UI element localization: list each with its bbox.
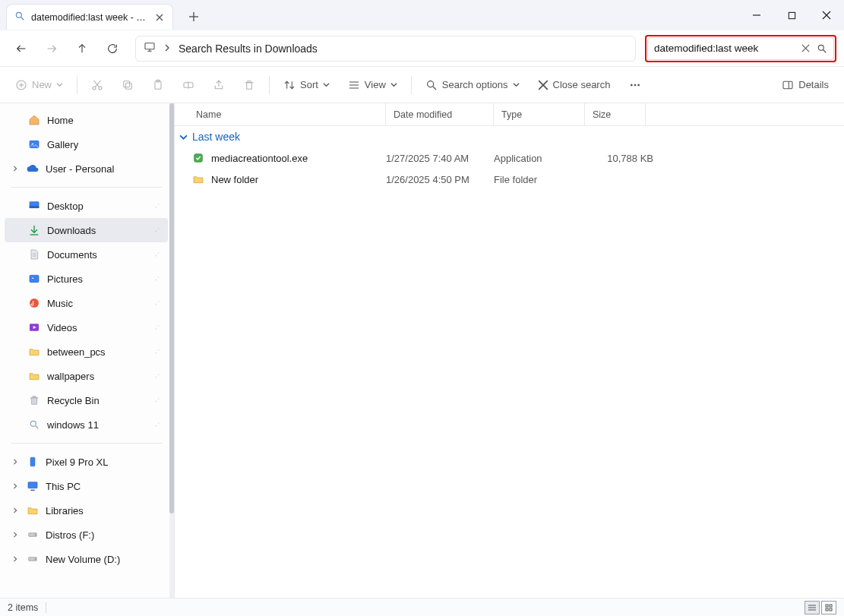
more-button[interactable] [621,72,650,98]
sidebar-item-user[interactable]: User - Personal [5,156,168,181]
refresh-button[interactable] [99,35,126,62]
sort-label: Sort [300,79,318,90]
svg-line-19 [823,49,827,52]
file-row[interactable]: mediacreationtool.exe 1/27/2025 7:40 AM … [175,147,844,169]
sidebar-label: Desktop [47,201,84,212]
sidebar-item-home[interactable]: Home [5,108,168,132]
window-tab[interactable]: datemodified:last week - Search Results … [6,4,173,30]
paste-button[interactable] [144,72,172,98]
sidebar-item-videos[interactable]: Videos [5,315,168,340]
pin-icon[interactable] [152,249,160,261]
search-box[interactable] [647,37,834,60]
pin-icon[interactable] [152,225,160,236]
svg-rect-7 [789,12,795,18]
search-input[interactable] [654,43,795,54]
back-button[interactable] [8,35,35,62]
scrollbar-thumb[interactable] [169,103,174,513]
thumbnails-view-button[interactable] [821,601,836,614]
close-window-button[interactable] [809,0,844,30]
file-date: 1/27/2025 7:40 AM [386,153,494,164]
svg-rect-45 [783,81,792,88]
folder-icon [27,248,41,261]
svg-point-0 [16,12,21,17]
sidebar-item-wallpapers[interactable]: wallpapers [5,364,168,388]
rename-button[interactable] [175,72,202,98]
column-header-size[interactable]: Size [585,103,646,125]
sidebar-label: wallpapers [47,371,94,382]
sidebar-item-this-pc[interactable]: This PC [5,474,168,498]
separator [77,76,77,94]
minimize-button[interactable] [739,0,774,30]
chevron-right-icon[interactable] [11,459,20,465]
svg-rect-28 [124,81,130,87]
pin-icon[interactable] [152,201,160,212]
chevron-right-icon[interactable] [11,507,20,513]
pin-icon[interactable] [152,346,160,358]
chevron-right-icon[interactable] [11,166,20,172]
details-view-button[interactable] [804,601,820,614]
clear-search-button[interactable] [801,43,811,55]
view-button[interactable]: View [340,72,405,98]
sidebar-item-gallery[interactable]: Gallery [5,132,168,156]
svg-rect-50 [30,207,39,208]
pin-icon[interactable] [152,322,160,333]
sidebar-item-pictures[interactable]: Pictures [5,267,168,291]
details-pane-button[interactable]: Details [774,72,836,98]
share-button[interactable] [205,72,232,98]
group-header[interactable]: Last week [175,126,844,147]
sidebar-item-downloads[interactable]: Downloads [5,218,168,242]
svg-point-56 [32,277,34,280]
search-submit-button[interactable] [817,43,827,55]
file-row[interactable]: New folder 1/26/2025 4:50 PM File folder [175,169,844,190]
tab-close-button[interactable] [154,12,165,23]
sidebar-item-desktop[interactable]: Desktop [5,194,168,218]
copy-button[interactable] [114,72,141,98]
pin-icon[interactable] [152,395,160,406]
column-header-type[interactable]: Type [494,103,585,125]
svg-rect-75 [826,608,828,611]
sidebar-label: This PC [46,481,81,492]
sidebar-item-music[interactable]: Music [5,291,168,315]
chevron-right-icon[interactable] [11,483,20,489]
cut-button[interactable] [84,72,111,98]
chevron-right-icon[interactable] [11,556,20,562]
column-header-name[interactable]: Name [175,103,386,125]
sidebar-item-distros-f-[interactable]: Distros (F:) [5,523,168,547]
folder-icon [27,418,41,431]
address-bar[interactable]: Search Results in Downloads [135,36,636,62]
chevron-right-icon[interactable] [11,532,20,538]
sidebar-item-between-pcs[interactable]: between_pcs [5,340,168,364]
sidebar-item-windows-11[interactable]: windows 11 [5,412,168,437]
command-bar: New Sort View Search options Close searc… [0,67,844,103]
svg-rect-63 [28,482,37,488]
sidebar-scrollbar[interactable] [169,103,174,598]
sort-button[interactable]: Sort [276,72,337,98]
pin-icon[interactable] [152,273,160,285]
svg-point-18 [818,45,823,50]
new-tab-button[interactable] [181,4,207,30]
delete-button[interactable] [235,72,263,98]
close-search-button[interactable]: Close search [530,72,618,98]
forward-button[interactable] [38,35,65,62]
pin-icon[interactable] [152,371,160,382]
maximize-button[interactable] [774,0,809,30]
sidebar-item-recycle-bin[interactable]: Recycle Bin [5,388,168,412]
sidebar-item-new-volume-d-[interactable]: New Volume (D:) [5,547,168,571]
pin-icon[interactable] [152,419,160,431]
folder-icon [27,272,41,286]
device-icon [26,528,40,542]
column-header-date[interactable]: Date modified [386,103,494,125]
pin-icon[interactable] [152,298,160,309]
up-button[interactable] [68,35,96,62]
new-button[interactable]: New [8,72,71,98]
file-name: New folder [211,174,258,185]
cloud-icon [26,162,40,175]
sidebar-label: Videos [47,322,77,333]
svg-point-42 [631,84,633,85]
breadcrumb[interactable]: Search Results in Downloads [179,43,318,55]
sidebar-item-libraries[interactable]: Libraries [5,498,168,523]
svg-point-38 [427,81,433,87]
search-options-button[interactable]: Search options [418,72,527,98]
sidebar-item-documents[interactable]: Documents [5,242,168,267]
sidebar-item-pixel-9-pro-xl[interactable]: Pixel 9 Pro XL [5,450,168,474]
